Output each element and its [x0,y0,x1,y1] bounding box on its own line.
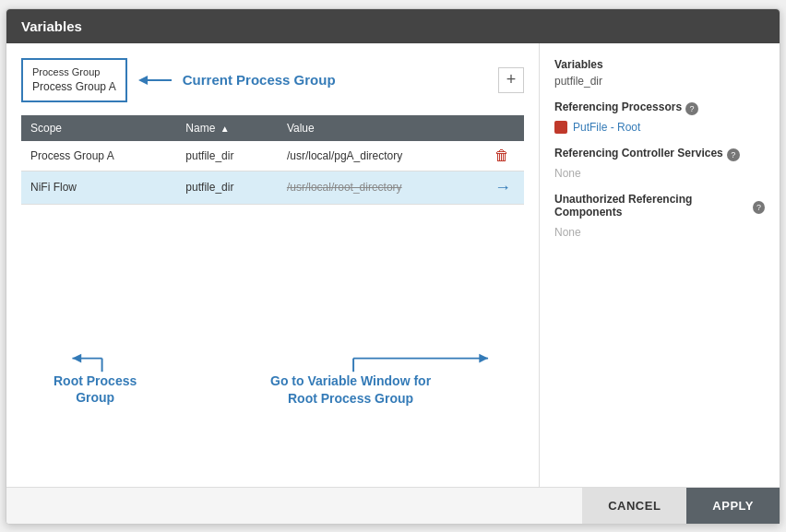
col-actions [482,115,524,141]
variables-section: Variables putfile_dir [554,58,765,88]
right-panel: Variables putfile_dir Referencing Proces… [540,43,780,487]
root-pg-annotation: Root ProcessGroup [54,372,137,406]
ref-processors-title: Referencing Processors [554,100,682,113]
cancel-button[interactable]: CANCEL [582,488,686,524]
dialog-header: Variables [6,9,780,43]
cell-scope: NiFi Flow [21,171,176,204]
ref-processor-name[interactable]: PutFile - Root [573,121,640,134]
ref-processors-section: Referencing Processors ? PutFile - Root [554,100,765,134]
ref-controller-section: Referencing Controller Services ? None [554,147,765,180]
delete-variable-button[interactable]: 🗑 [491,148,513,164]
col-name[interactable]: Name ▲ [176,115,278,141]
ref-processor-item: PutFile - Root [554,121,765,134]
strikethrough-value: /usr/local/root_directory [287,181,402,194]
dialog-footer: CANCEL APPLY [6,487,780,524]
unauthorized-section: Unauthorized Referencing Components ? No… [554,193,765,239]
variables-section-value: putfile_dir [554,75,765,88]
process-group-selector[interactable]: Process Group Process Group A [21,58,127,102]
cell-action: → [482,171,524,204]
dialog-title: Variables [21,18,82,34]
table-row: NiFi Flow putfile_dir /usr/local/root_di… [21,171,524,204]
pg-label: Process Group [32,65,116,79]
variables-table: Scope Name ▲ Value Process Group A putfi… [21,115,524,205]
unauthorized-value: None [554,226,765,239]
arrow-icon [138,71,172,89]
svg-marker-4 [72,353,81,362]
current-pg-label: Current Process Group [183,72,336,88]
processor-color-icon [554,121,567,134]
cell-value: /usr/local/root_directory [278,171,482,204]
svg-marker-1 [138,76,148,85]
ref-controller-help-icon[interactable]: ? [727,148,740,161]
cell-value: /usr/local/pgA_directory [278,141,482,171]
cell-action: 🗑 [482,141,524,171]
ref-controller-title: Referencing Controller Services [554,147,723,160]
ref-processors-help-icon[interactable]: ? [685,102,698,115]
variables-section-title: Variables [554,58,765,71]
annotation-area: Root ProcessGroup Go to Variable Window … [21,352,524,472]
cell-name: putfile_dir [176,141,278,171]
pg-selector-row: Process Group Process Group A Current Pr… [21,58,524,102]
variables-dialog: Variables Process Group Process Group A … [6,8,780,525]
col-scope: Scope [21,115,176,141]
add-variable-button[interactable]: + [498,67,524,93]
goto-variable-button[interactable]: → [491,178,515,197]
cell-name: putfile_dir [176,171,278,204]
variables-table-container: Scope Name ▲ Value Process Group A putfi… [21,115,524,343]
table-header-row: Scope Name ▲ Value [21,115,524,141]
unauthorized-help-icon[interactable]: ? [753,201,765,214]
svg-marker-7 [479,353,488,362]
goto-variable-annotation: Go to Variable Window forRoot Process Gr… [270,372,431,408]
apply-button[interactable]: APPLY [686,488,780,524]
unauthorized-title: Unauthorized Referencing Components [554,193,749,219]
left-panel: Process Group Process Group A Current Pr… [6,43,540,487]
dialog-body: Process Group Process Group A Current Pr… [6,43,780,487]
cell-scope: Process Group A [21,141,176,171]
pg-name: Process Group A [32,79,116,95]
annotation-arrows-svg [21,352,524,472]
ref-controller-value: None [554,167,765,180]
table-row: Process Group A putfile_dir /usr/local/p… [21,141,524,171]
col-value: Value [278,115,482,141]
sort-icon: ▲ [220,124,230,134]
